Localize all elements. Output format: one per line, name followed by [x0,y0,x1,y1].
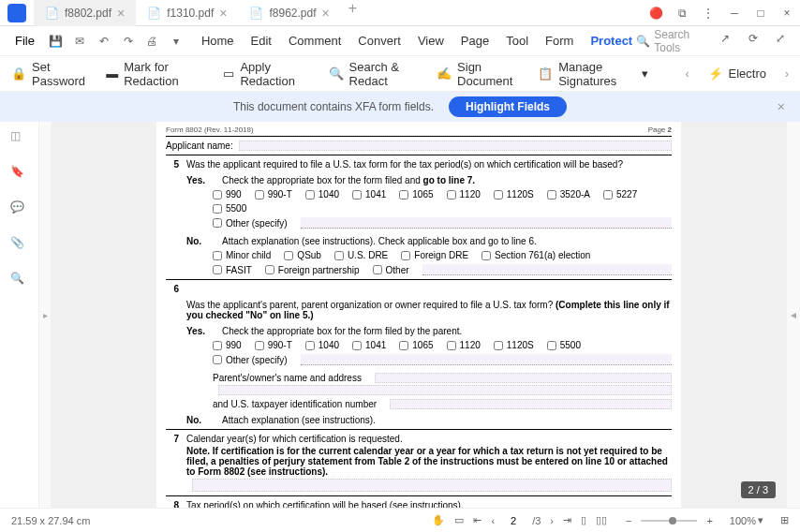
check-q6-1120s[interactable]: 1120S [494,340,534,350]
fit-page-icon[interactable]: ⊞ [780,514,789,526]
check-990t[interactable]: 990-T [255,189,292,200]
check-5500[interactable]: 5500 [213,203,246,214]
parent-address-field[interactable] [218,385,672,395]
check-3520a[interactable]: 3520-A [547,189,590,200]
check-1120s[interactable]: 1120S [494,189,534,200]
mail-icon[interactable]: ✉ [72,32,89,51]
print-icon[interactable]: 🖨 [144,32,161,51]
other-specify-field[interactable] [301,217,672,229]
expand-left-handle[interactable]: ▸ [39,122,51,508]
prev-page-button[interactable]: ‹ [491,515,495,526]
maximize-button[interactable]: □ [748,2,774,24]
check-q6-other[interactable]: Other (specify) [213,355,288,365]
set-password-button[interactable]: 🔒 Set Password [11,60,87,88]
comments-icon[interactable]: 💬 [10,200,29,219]
thumbnails-icon[interactable]: ◫ [10,129,29,148]
expand-right-handle[interactable]: ◂ [787,122,800,508]
scroll-right-button[interactable]: › [785,67,789,81]
taxpayer-id-field[interactable] [390,399,672,409]
menu-icon[interactable]: ⋮ [695,2,721,24]
check-1120[interactable]: 1120 [447,189,481,200]
sign-document-button[interactable]: ✍ Sign Document [437,60,519,88]
search-redact-button[interactable]: 🔍 Search & Redact [329,60,419,88]
nav-tool[interactable]: Tool [506,34,528,48]
electronic-button[interactable]: ⚡ Electro [708,66,766,81]
document-viewport[interactable]: Form 8802 (Rev. 11-2018) Page 2 Applican… [51,122,787,508]
mark-redaction-button[interactable]: ▬ Mark for Redaction [106,60,204,88]
scroll-left-button[interactable]: ‹ [686,67,689,81]
check-foreign-partnership[interactable]: Foreign partnership [265,265,360,275]
nav-view[interactable]: View [418,34,444,48]
check-q6-1040[interactable]: 1040 [305,340,339,350]
attachments-icon[interactable]: 📎 [10,236,29,255]
nav-home[interactable]: Home [201,34,234,48]
check-other-q5[interactable]: Other (specify) [213,218,288,229]
check-q6-1120[interactable]: 1120 [447,340,481,350]
undo-icon[interactable]: ↶ [96,32,112,51]
banner-close-icon[interactable]: × [778,99,785,114]
save-icon[interactable]: 💾 [48,32,65,51]
apply-redaction-button[interactable]: ▭ Apply Redaction [223,60,310,88]
manage-signatures-button[interactable]: 📋 Manage Signatures ▾ [538,60,647,88]
check-qsub[interactable]: QSub [284,250,321,260]
last-page-button[interactable]: ⇥ [563,514,571,526]
nav-page[interactable]: Page [461,34,489,48]
redo-icon[interactable]: ↷ [120,32,137,51]
check-1040[interactable]: 1040 [305,189,339,200]
close-icon[interactable]: × [322,6,330,21]
check-1041[interactable]: 1041 [352,189,386,200]
check-q6-1065[interactable]: 1065 [399,340,433,350]
close-button[interactable]: × [774,2,800,24]
check-5227[interactable]: 5227 [603,189,637,200]
close-icon[interactable]: × [117,6,125,21]
highlight-fields-button[interactable]: Highlight Fields [449,96,567,117]
next-page-button[interactable]: › [550,515,554,526]
zoom-dropdown-icon[interactable]: ▾ [758,514,763,526]
zoom-in-button[interactable]: + [706,515,712,526]
minimize-button[interactable]: ─ [721,2,748,24]
search-panel-icon[interactable]: 🔍 [10,272,29,290]
parent-name-field[interactable] [375,373,672,383]
tab-f8962[interactable]: 📄 f8962.pdf × [238,0,340,26]
check-fasit[interactable]: FASIT [213,265,252,275]
check-other-no[interactable]: Other [373,265,409,275]
tab-f8802[interactable]: 📄 f8802.pdf × [34,0,136,26]
check-q6-1041[interactable]: 1041 [352,340,386,350]
expand-icon[interactable]: ⤢ [776,32,793,51]
open-external-icon[interactable]: ⧉ [669,2,695,24]
q6-other-field[interactable] [301,354,672,365]
applicant-name-field[interactable] [239,140,672,151]
select-tool-icon[interactable]: ▭ [454,514,464,526]
zoom-out-button[interactable]: − [626,515,631,526]
other-no-field[interactable] [422,264,672,275]
check-minor-child[interactable]: Minor child [213,250,271,260]
check-761a[interactable]: Section 761(a) election [481,250,590,260]
continuous-page-icon[interactable]: ▯▯ [596,514,607,526]
share-icon[interactable]: ↗ [720,32,737,51]
user-avatar[interactable]: 🔴 [643,2,669,24]
nav-comment[interactable]: Comment [289,34,341,48]
check-q6-990[interactable]: 990 [213,340,242,350]
single-page-icon[interactable]: ▯ [581,514,586,526]
add-tab-button[interactable]: + [341,0,364,26]
check-foreign-dre[interactable]: Foreign DRE [401,250,468,260]
nav-form[interactable]: Form [545,34,573,48]
check-q6-5500[interactable]: 5500 [547,340,581,350]
tab-f1310[interactable]: 📄 f1310.pdf × [136,0,238,26]
q7-field[interactable] [192,479,672,492]
close-icon[interactable]: × [219,6,227,21]
hand-tool-icon[interactable]: ✋ [432,514,445,526]
search-tools[interactable]: 🔍 Search Tools [636,28,709,54]
check-990[interactable]: 990 [213,189,242,200]
sync-icon[interactable]: ⟳ [748,32,765,51]
first-page-button[interactable]: ⇤ [473,514,481,526]
check-1065[interactable]: 1065 [399,189,433,200]
dropdown-icon[interactable]: ▾ [168,32,185,51]
check-q6-990t[interactable]: 990-T [255,340,292,350]
bookmarks-icon[interactable]: 🔖 [10,165,29,184]
nav-edit[interactable]: Edit [251,34,272,48]
file-menu[interactable]: File [7,30,42,52]
zoom-slider[interactable] [641,520,697,522]
nav-convert[interactable]: Convert [358,34,401,48]
check-us-dre[interactable]: U.S. DRE [334,250,388,260]
